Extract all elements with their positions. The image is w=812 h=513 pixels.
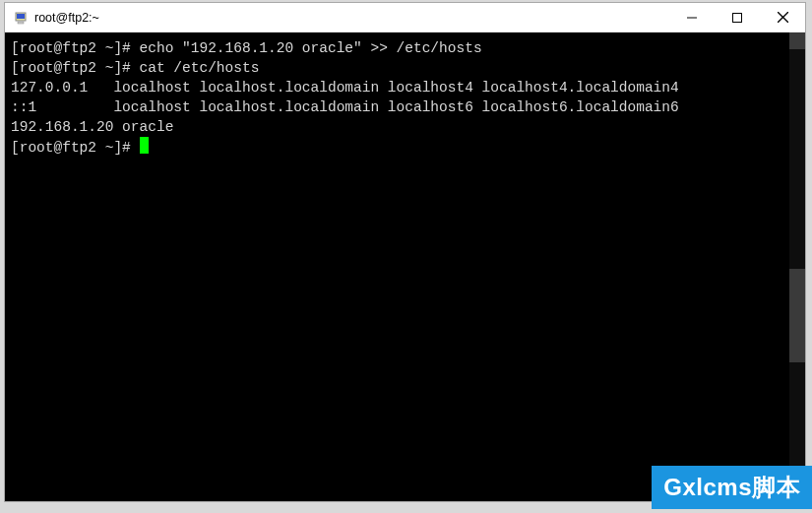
terminal-line: ::1 localhost localhost.localdomain loca… <box>11 99 679 115</box>
putty-icon <box>13 10 29 26</box>
svg-line-5 <box>778 12 788 23</box>
svg-line-6 <box>778 12 788 23</box>
scrollbar-track <box>789 32 805 501</box>
svg-rect-1 <box>17 14 25 19</box>
minimize-button[interactable] <box>669 3 715 32</box>
window-controls <box>669 3 805 32</box>
scrollbar-thumb[interactable] <box>789 269 805 362</box>
close-button[interactable] <box>760 3 805 32</box>
terminal-line: [root@ftp2 ~]# cat /etc/hosts <box>11 60 259 76</box>
terminal-line: 127.0.0.1 localhost localhost.localdomai… <box>11 80 679 96</box>
terminal-body[interactable]: [root@ftp2 ~]# echo "192.168.1.20 oracle… <box>5 32 805 501</box>
scrollbar-up-button[interactable] <box>789 32 805 49</box>
svg-rect-4 <box>733 13 742 22</box>
terminal-prompt: [root@ftp2 ~]# <box>11 140 140 156</box>
terminal-window: root@ftp2:~ [root@ftp2 ~]# echo "192.168… <box>4 2 806 502</box>
terminal-line: [root@ftp2 ~]# echo "192.168.1.20 oracle… <box>11 40 482 56</box>
terminal-scrollbar[interactable] <box>789 32 805 501</box>
titlebar[interactable]: root@ftp2:~ <box>5 3 805 32</box>
window-title: root@ftp2:~ <box>34 11 669 25</box>
svg-rect-2 <box>18 22 24 24</box>
maximize-button[interactable] <box>715 3 760 32</box>
terminal-line: 192.168.1.20 oracle <box>11 119 173 135</box>
watermark-badge: Gxlcms脚本 <box>652 466 812 509</box>
terminal-cursor <box>140 137 149 154</box>
